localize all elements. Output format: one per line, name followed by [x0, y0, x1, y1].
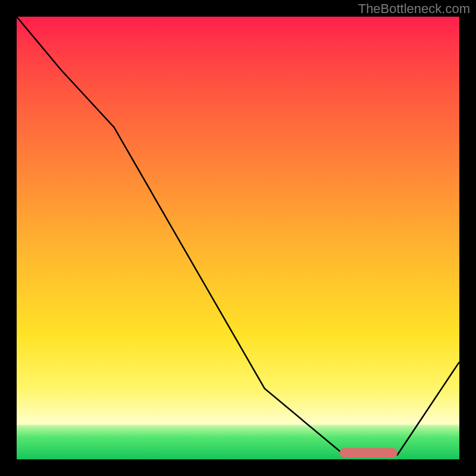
bottleneck-curve	[17, 17, 459, 459]
optimal-range-marker	[340, 448, 397, 458]
attribution-label: TheBottleneck.com	[358, 1, 470, 17]
curve-path	[17, 17, 459, 455]
plot-area	[17, 17, 459, 459]
chart-container: TheBottleneck.com	[0, 0, 476, 476]
